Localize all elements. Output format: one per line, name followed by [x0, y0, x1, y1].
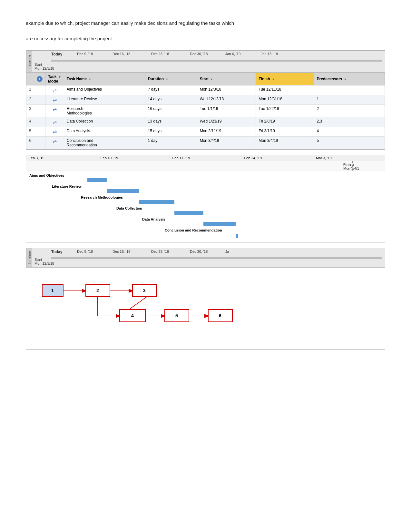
- node-4-label: 4: [131, 313, 134, 318]
- mode-icon: ⇌: [53, 129, 57, 135]
- row-mode-5: ⇌: [45, 127, 64, 137]
- duration-dropdown[interactable]: ▼: [166, 78, 169, 81]
- gantt-bar-5: [203, 222, 236, 226]
- row-taskname-2: Literature Review: [64, 95, 145, 105]
- th-predecessors[interactable]: Predecessors ▼: [314, 73, 385, 85]
- timeline2-header: Timeline Today Dec 9, '18 Dec 16, '18 De…: [26, 248, 385, 268]
- row-info-1: [34, 85, 45, 95]
- gantt-row-3: Research Methodologies: [26, 195, 385, 206]
- timeline-date-1: Dec 9, '18: [77, 52, 93, 56]
- gantt-row-4: Data Collection: [26, 206, 385, 217]
- node-2-label: 2: [96, 288, 99, 293]
- gantt-label-1: Aims and Objectives: [29, 173, 64, 177]
- intro-line2: are necessary for completing the project…: [26, 35, 385, 43]
- row-info-6: [34, 137, 45, 149]
- table-row: 5⇌Data Analysis15 daysMon 2/11/19Fri 3/1…: [26, 127, 385, 137]
- row-start-1: Mon 12/3/18: [197, 85, 256, 95]
- row-predecessors-5: 4: [314, 127, 385, 137]
- row-num-6: 6: [26, 137, 34, 149]
- gantt-row-2: Literature Review: [26, 184, 385, 195]
- th-duration[interactable]: Duration ▼: [145, 73, 197, 85]
- timeline2-date-2: Dec 16, '18: [113, 250, 130, 253]
- row-num-4: 4: [26, 117, 34, 127]
- table-row: 4⇌Data Collection13 daysWed 1/23/19Fri 2…: [26, 117, 385, 127]
- start-date: Mon 12/3/18: [34, 66, 54, 70]
- gantt-label-4: Data Collection: [116, 206, 142, 210]
- row-num-3: 3: [26, 105, 34, 117]
- timeline2-date-1: Dec 9, '18: [77, 250, 93, 253]
- gantt-bar-4: [174, 211, 203, 215]
- row-finish-2: Mon 12/31/18: [256, 95, 314, 105]
- gantt-bar-2: [107, 189, 139, 193]
- chart-date-4: Feb 24, '19: [241, 155, 313, 161]
- timeline-today-label: Today: [51, 52, 62, 56]
- th-task-mode: Task ▼Mode: [45, 73, 64, 85]
- th-task-name[interactable]: Task Name ▼: [64, 73, 145, 85]
- timeline-date-5: Jan 6, '19: [225, 52, 240, 56]
- th-start[interactable]: Start ▼: [197, 73, 256, 85]
- timeline-bar: [51, 60, 382, 62]
- timeline-date-3: Dec 23, '18: [151, 52, 169, 56]
- gantt-label-6: Conclusion and Recommendation: [165, 228, 222, 232]
- row-duration-1: 7 days: [145, 85, 197, 95]
- row-info-5: [34, 127, 45, 137]
- row-taskname-4: Data Collection: [64, 117, 145, 127]
- section2-wrapper: Timeline Today Dec 9, '18 Dec 16, '18 De…: [26, 248, 385, 350]
- chart-date-5: Mar 3, '19: [313, 155, 385, 161]
- row-duration-4: 13 days: [145, 117, 197, 127]
- row-start-6: Mon 3/4/19: [197, 137, 256, 149]
- timeline2-date-5: Ja: [225, 250, 229, 253]
- gantt-line-6: [236, 237, 236, 241]
- start-dropdown[interactable]: ▼: [210, 78, 213, 81]
- row-finish-4: Fri 2/8/19: [256, 117, 314, 127]
- mode-icon: ⇌: [53, 106, 57, 113]
- gantt-label-5: Data Analysis: [142, 217, 165, 221]
- finish-dropdown[interactable]: ▼: [272, 78, 275, 81]
- row-predecessors-1: [314, 85, 385, 95]
- mode-icon: ⇌: [53, 138, 57, 144]
- row-start-3: Tue 1/1/19: [197, 105, 256, 117]
- task-table: i Task ▼Mode Task Name ▼ Duration ▼ Star…: [26, 73, 385, 149]
- timeline2-bar: [51, 257, 382, 259]
- mode-icon: ⇌: [53, 87, 57, 93]
- gantt-chart-section: Feb 3, '19 Feb 10, '19 Feb 17, '19 Feb 2…: [26, 155, 385, 243]
- row-duration-3: 16 days: [145, 105, 197, 117]
- intro-line1: example due to which, project manager ca…: [26, 19, 385, 27]
- gantt-label-3: Research Methodologies: [81, 195, 123, 199]
- node-1-label: 1: [51, 288, 54, 293]
- row-num-1: 1: [26, 85, 34, 95]
- node-6-label: 6: [219, 313, 221, 318]
- gantt-row-6: Conclusion and Recommendation: [26, 228, 385, 241]
- row-predecessors-6: 5: [314, 137, 385, 149]
- row-mode-6: ⇌: [45, 137, 64, 149]
- gantt-row-1: Aims and Objectives: [26, 173, 385, 184]
- timeline2-today: Today: [51, 250, 62, 254]
- timeline-date-4: Dec 30, '18: [190, 52, 208, 56]
- timeline-content: Today Dec 9, '18 Dec 16, '18 Dec 23, '18…: [32, 51, 385, 72]
- network-diagram: 1 2 3 4 5 6: [26, 268, 385, 349]
- row-finish-5: Fri 3/1/19: [256, 127, 314, 137]
- gantt-bar-3: [139, 200, 174, 204]
- timeline2-start-info: StartMon 12/3/18: [34, 258, 54, 265]
- gantt-row-5: Data Analysis: [26, 217, 385, 228]
- task-mode-dropdown[interactable]: ▼: [58, 75, 61, 79]
- row-predecessors-4: 2,3: [314, 117, 385, 127]
- timeline-date-6: Jan 13, '19: [261, 52, 278, 56]
- mode-icon: ⇌: [53, 119, 57, 125]
- row-taskname-6: Conclusion andRecommendation: [64, 137, 145, 149]
- row-finish-3: Tue 1/22/19: [256, 105, 314, 117]
- chart-dates-row: Feb 3, '19 Feb 10, '19 Feb 17, '19 Feb 2…: [26, 155, 385, 161]
- row-info-3: [34, 105, 45, 117]
- row-mode-3: ⇌: [45, 105, 64, 117]
- row-num-5: 5: [26, 127, 34, 137]
- finish-line: [352, 161, 353, 171]
- timeline-date-2: Dec 16, '18: [113, 52, 130, 56]
- row-duration-6: 1 day: [145, 137, 197, 149]
- finish-marker-row: FinishMon 3/4/1: [26, 161, 385, 171]
- row-finish-6: Mon 3/4/19: [256, 137, 314, 149]
- chart-date-1: Feb 3, '19: [26, 155, 98, 161]
- task-name-dropdown[interactable]: ▼: [89, 78, 92, 81]
- predecessors-dropdown[interactable]: ▼: [344, 78, 347, 81]
- gantt-bar-6: [236, 234, 238, 238]
- th-finish[interactable]: Finish ▼: [256, 73, 314, 85]
